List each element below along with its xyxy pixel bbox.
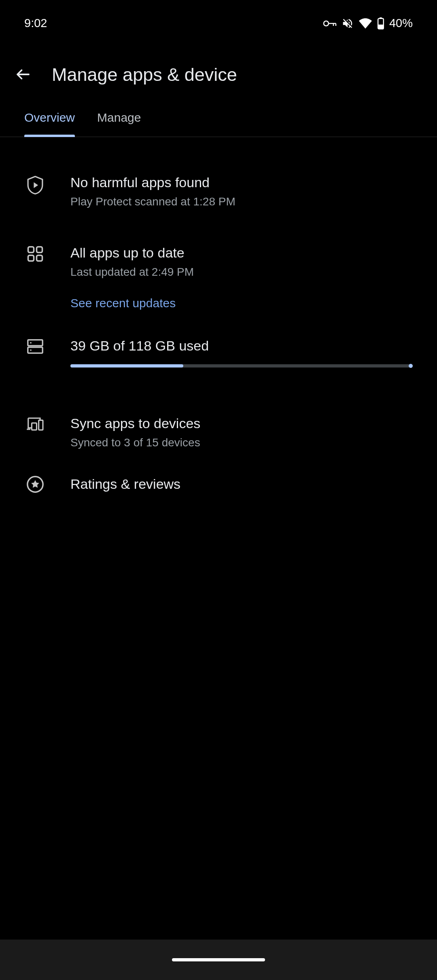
storage-title: 39 GB of 118 GB used <box>70 337 413 355</box>
arrow-left-icon <box>15 66 32 84</box>
battery-icon <box>377 17 384 30</box>
svg-point-10 <box>30 342 32 344</box>
svg-rect-13 <box>32 423 36 430</box>
page-title: Manage apps & device <box>52 64 237 85</box>
svg-rect-2 <box>380 17 382 19</box>
updates-title: All apps up to date <box>70 244 413 262</box>
svg-rect-7 <box>37 255 42 261</box>
updates-subtitle: Last updated at 2:49 PM <box>70 266 413 279</box>
play-protect-subtitle: Play Protect scanned at 1:28 PM <box>70 195 413 208</box>
row-play-protect[interactable]: No harmful apps found Play Protect scann… <box>24 161 413 220</box>
devices-icon <box>26 416 45 433</box>
row-updates[interactable]: All apps up to date Last updated at 2:49… <box>24 232 413 291</box>
row-ratings[interactable]: Ratings & reviews <box>24 461 413 507</box>
content: No harmful apps found Play Protect scann… <box>0 137 437 507</box>
wifi-icon <box>359 18 372 29</box>
tab-manage[interactable]: Manage <box>97 105 141 137</box>
status-bar: 9:02 40% <box>0 0 437 36</box>
status-icons: 40% <box>323 17 413 30</box>
svg-rect-3 <box>378 24 384 29</box>
tabs: Overview Manage <box>0 98 437 137</box>
sync-title: Sync apps to devices <box>70 414 413 433</box>
row-storage[interactable]: 39 GB of 118 GB used <box>24 325 413 380</box>
apps-grid-icon <box>27 245 44 264</box>
play-protect-title: No harmful apps found <box>70 173 413 192</box>
svg-rect-12 <box>39 420 43 430</box>
svg-rect-5 <box>37 247 42 252</box>
see-recent-updates-link[interactable]: See recent updates <box>70 296 176 310</box>
row-sync[interactable]: Sync apps to devices Synced to 3 of 15 d… <box>24 402 413 461</box>
tab-overview[interactable]: Overview <box>24 105 75 137</box>
star-circle-icon <box>26 475 45 495</box>
ratings-title: Ratings & reviews <box>70 475 413 494</box>
mute-icon <box>342 17 354 30</box>
sync-subtitle: Synced to 3 of 15 devices <box>70 436 413 449</box>
battery-text: 40% <box>389 17 413 30</box>
storage-progress <box>70 364 413 368</box>
storage-progress-fill <box>70 364 183 368</box>
vpn-key-icon <box>323 19 337 28</box>
svg-rect-4 <box>28 247 34 252</box>
status-time: 9:02 <box>24 17 47 30</box>
gesture-pill[interactable] <box>172 958 265 961</box>
storage-progress-dot <box>409 364 413 368</box>
svg-point-0 <box>324 21 329 26</box>
svg-rect-6 <box>28 255 34 261</box>
system-nav-bar <box>0 940 437 980</box>
shield-play-icon <box>26 175 44 197</box>
storage-icon <box>26 338 44 356</box>
back-button[interactable] <box>12 64 34 86</box>
app-header: Manage apps & device <box>0 36 437 98</box>
svg-point-11 <box>30 349 32 351</box>
